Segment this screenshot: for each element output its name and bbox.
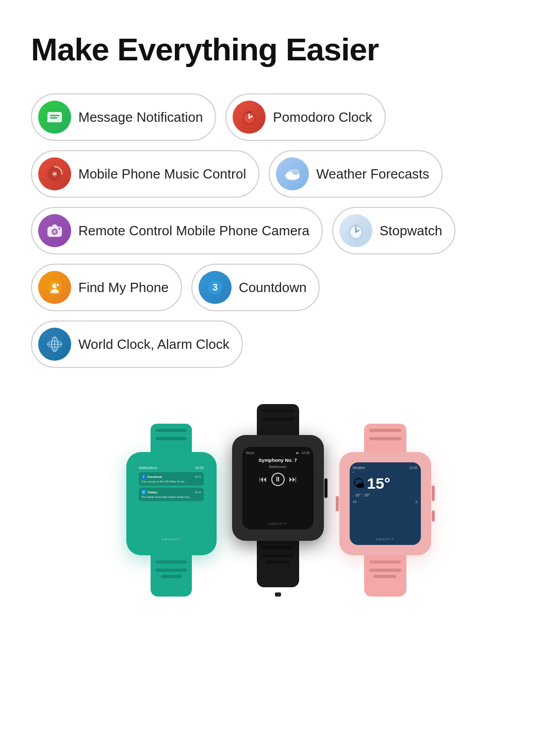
music-label: Mobile Phone Music Control	[78, 166, 246, 182]
black-charger	[275, 592, 281, 597]
teal-watch: Notifications 09:34 f Facebook 09:34 Can…	[126, 424, 217, 597]
features-row-1: Message Notification Pomodoro Clock	[31, 93, 526, 141]
black-logo: AMAZFIT	[268, 522, 287, 525]
findphone-icon	[38, 271, 71, 304]
notif1-time: 09:34	[194, 475, 201, 478]
notif-time: 09:34	[195, 466, 204, 470]
features-row-3: Remote Control Mobile Phone Camera Stopw…	[31, 207, 526, 254]
pomodoro-icon	[233, 101, 266, 134]
music-play: ⏸	[271, 473, 285, 486]
teal-watch-body: Notifications 09:34 f Facebook 09:34 Can…	[126, 452, 217, 555]
weather-temp: 15°	[367, 475, 390, 492]
worldclock-icon	[38, 328, 71, 361]
pink-screen: Weather 12:00 ● 🌤 15° ↓ 10° ↑ 20° 44 5	[350, 462, 421, 545]
findphone-label: Find My Phone	[78, 280, 169, 296]
music-header-left: Music	[246, 451, 255, 455]
pink-watch: Weather 12:00 ● 🌤 15° ↓ 10° ↑ 20° 44 5	[339, 424, 431, 597]
message-label: Message Notification	[78, 109, 203, 125]
features-row-2: Mobile Phone Music Control Weather Forec…	[31, 150, 526, 198]
feature-pill-weather: Weather Forecasts	[269, 150, 443, 198]
countdown-label: Countdown	[239, 280, 307, 296]
stopwatch-icon	[339, 214, 372, 247]
notif2-app: Twitter	[148, 491, 157, 494]
pomodoro-label: Pomodoro Clock	[273, 109, 372, 125]
stopwatch-label: Stopwatch	[380, 223, 442, 239]
features-row-5: World Clock, Alarm Clock	[31, 320, 526, 368]
music-song: Symphony No. 7	[258, 457, 297, 463]
black-watch-body: Music 12:00 Symphony No. 7 Beethoven ⏮ ⏸…	[232, 435, 324, 541]
svg-point-8	[54, 173, 56, 175]
svg-rect-0	[47, 112, 62, 122]
feature-pill-countdown: 3 Countdown	[191, 264, 320, 311]
notif2-text: The street artist who makes these has...	[141, 495, 201, 499]
feature-pill-camera: Remote Control Mobile Phone Camera	[31, 207, 323, 254]
teal-band-top	[151, 424, 192, 452]
camera-icon	[38, 214, 71, 247]
music-header-right: 12:00	[301, 451, 309, 455]
page-wrapper: Make Everything Easier Message Notificat…	[0, 0, 557, 628]
notif1-text: Can you go to the 23rd floor to me ...	[141, 480, 201, 484]
watches-section: Notifications 09:34 f Facebook 09:34 Can…	[31, 404, 526, 597]
svg-text:3: 3	[212, 282, 218, 293]
page-title: Make Everything Easier	[31, 31, 526, 68]
teal-logo: AMAZFIT	[136, 538, 207, 541]
notif1-app: Facebook	[148, 475, 162, 478]
teal-band-bottom	[151, 555, 192, 597]
pink-watch-body: Weather 12:00 ● 🌤 15° ↓ 10° ↑ 20° 44 5	[339, 452, 431, 555]
music-prev: ⏮	[259, 475, 267, 484]
notif2-time: 09:34	[194, 491, 201, 494]
message-icon	[38, 101, 71, 134]
feature-pill-music: Mobile Phone Music Control	[31, 150, 259, 198]
svg-point-15	[53, 230, 57, 234]
weather-icon	[276, 157, 309, 190]
pink-btn-left	[336, 496, 339, 511]
svg-point-16	[58, 228, 60, 230]
features-row-4: Find My Phone 3 Countdown	[31, 264, 526, 311]
svg-point-12	[292, 169, 299, 175]
music-icon	[38, 157, 71, 190]
pink-band-bottom	[364, 555, 406, 597]
feature-pill-worldclock: World Clock, Alarm Clock	[31, 320, 243, 368]
pink-logo: AMAZFIT	[350, 538, 421, 541]
weather-header-left: Weather	[353, 466, 365, 470]
feature-pill-pomodoro: Pomodoro Clock	[225, 93, 385, 141]
weather-header-right: 12:00	[409, 466, 417, 470]
weather-range: ↓ 10° ↑ 20°	[353, 493, 418, 497]
weather-label: Weather Forecasts	[316, 166, 429, 182]
music-artist: Beethoven	[269, 465, 286, 469]
black-watch: Music 12:00 Symphony No. 7 Beethoven ⏮ ⏸…	[232, 404, 324, 597]
camera-label: Remote Control Mobile Phone Camera	[78, 223, 309, 239]
svg-rect-5	[247, 111, 251, 114]
feature-pill-findphone: Find My Phone	[31, 264, 182, 311]
countdown-icon: 3	[199, 271, 232, 304]
black-band-top	[257, 404, 299, 435]
pink-btn2	[432, 510, 435, 522]
feature-pill-message: Message Notification	[31, 93, 216, 141]
weather-humidity: 44	[353, 500, 357, 504]
worldclock-label: World Clock, Alarm Clock	[78, 336, 230, 352]
weather-uv: 5	[416, 500, 418, 504]
notif-header-label: Notifications	[139, 466, 157, 470]
music-next: ⏭	[289, 475, 297, 484]
black-band-bottom	[257, 541, 299, 587]
pink-btn1	[432, 486, 435, 501]
pink-band-top	[364, 424, 406, 452]
features-grid: Message Notification Pomodoro Clock	[31, 93, 526, 368]
feature-pill-stopwatch: Stopwatch	[332, 207, 455, 254]
teal-screen: Notifications 09:34 f Facebook 09:34 Can…	[136, 462, 207, 545]
svg-point-24	[57, 284, 59, 286]
black-screen: Music 12:00 Symphony No. 7 Beethoven ⏮ ⏸…	[242, 447, 314, 529]
black-btn	[324, 478, 327, 498]
